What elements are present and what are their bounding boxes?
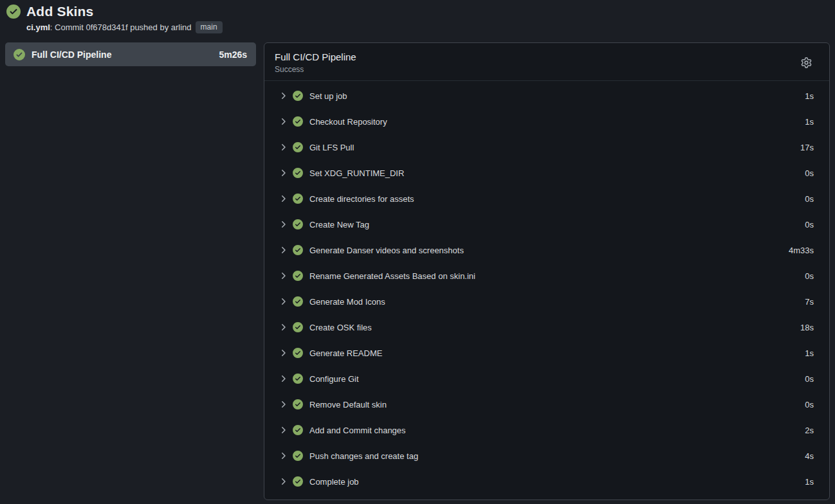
- chevron-right-icon: [278, 399, 288, 410]
- step-name: Configure Git: [309, 374, 805, 384]
- success-check-circle-icon: [293, 322, 303, 332]
- branch-badge[interactable]: main: [196, 21, 223, 33]
- success-check-circle-icon: [293, 142, 303, 152]
- success-check-circle-icon: [14, 49, 25, 60]
- step-row[interactable]: Rename Generated Assets Based on skin.in…: [264, 263, 829, 289]
- success-check-circle-icon: [293, 476, 303, 487]
- step-duration: 1s: [805, 91, 814, 101]
- step-row[interactable]: Checkout Repository 1s: [264, 109, 829, 134]
- success-check-circle-icon: [293, 296, 303, 307]
- chevron-right-icon: [278, 194, 288, 204]
- workflow-file-name: ci.yml: [26, 22, 50, 32]
- step-row[interactable]: Push changes and create tag 4s: [264, 443, 829, 469]
- panel-header: Full CI/CD Pipeline Success: [264, 43, 829, 81]
- step-row[interactable]: Generate Mod Icons 7s: [264, 289, 829, 314]
- step-row[interactable]: Git LFS Pull 17s: [264, 134, 829, 160]
- job-item-full-pipeline[interactable]: Full CI/CD Pipeline 5m26s: [5, 42, 256, 66]
- step-duration: 17s: [800, 143, 814, 152]
- step-row[interactable]: Create directories for assets 0s: [264, 186, 829, 212]
- chevron-right-icon: [278, 245, 288, 255]
- step-name: Create directories for assets: [309, 194, 805, 204]
- job-duration: 5m26s: [219, 50, 247, 60]
- success-check-circle-icon: [293, 194, 303, 204]
- chevron-right-icon: [278, 425, 288, 435]
- success-check-circle-icon: [293, 348, 303, 358]
- actions-run-page: Add Skins ci.yml: Commit 0f678d341f push…: [0, 0, 835, 504]
- step-name: Complete job: [309, 477, 805, 487]
- commit-text: : Commit 0f678d341f pushed by arlind: [50, 22, 192, 32]
- chevron-right-icon: [278, 116, 288, 127]
- run-header: Add Skins ci.yml: Commit 0f678d341f push…: [5, 4, 830, 33]
- step-name: Set XDG_RUNTIME_DIR: [309, 168, 805, 178]
- chevron-right-icon: [278, 271, 288, 281]
- step-name: Create New Tag: [309, 220, 805, 230]
- success-check-circle-icon: [293, 168, 303, 178]
- step-row[interactable]: Configure Git 0s: [264, 366, 829, 392]
- step-duration: 0s: [805, 374, 814, 384]
- chevron-right-icon: [278, 91, 288, 101]
- step-name: Git LFS Pull: [309, 143, 800, 152]
- job-detail-panel: Full CI/CD Pipeline Success Set up job 1…: [264, 42, 830, 500]
- success-check-circle-icon: [293, 374, 303, 384]
- success-check-circle-icon: [293, 425, 303, 435]
- step-row[interactable]: Set up job 1s: [264, 83, 829, 109]
- success-check-circle-icon: [293, 219, 303, 230]
- step-name: Add and Commit changes: [309, 426, 805, 435]
- step-duration: 1s: [805, 117, 814, 127]
- commit-summary: ci.yml: Commit 0f678d341f pushed by arli…: [26, 21, 830, 33]
- step-duration: 0s: [805, 220, 814, 230]
- success-check-circle-icon: [293, 399, 303, 410]
- success-check-circle-icon: [6, 4, 21, 19]
- success-check-circle-icon: [293, 91, 303, 101]
- step-duration: 2s: [805, 426, 814, 435]
- steps-list: Set up job 1s Checkout Repository 1s Git…: [264, 81, 829, 497]
- step-row[interactable]: Remove Default skin 0s: [264, 392, 829, 417]
- chevron-right-icon: [278, 348, 288, 358]
- gear-icon[interactable]: [801, 55, 815, 69]
- step-row[interactable]: Create New Tag 0s: [264, 212, 829, 237]
- success-check-circle-icon: [293, 271, 303, 281]
- step-row[interactable]: Add and Commit changes 2s: [264, 417, 829, 443]
- step-name: Create OSK files: [309, 323, 800, 332]
- step-duration: 1s: [805, 477, 814, 487]
- step-name: Checkout Repository: [309, 117, 805, 127]
- success-check-circle-icon: [293, 245, 303, 255]
- chevron-right-icon: [278, 451, 288, 461]
- step-duration: 0s: [805, 194, 814, 204]
- step-duration: 7s: [805, 297, 814, 307]
- chevron-right-icon: [278, 219, 288, 230]
- step-duration: 18s: [800, 323, 814, 332]
- run-title: Add Skins: [26, 4, 93, 19]
- success-check-circle-icon: [293, 451, 303, 461]
- step-name: Push changes and create tag: [309, 451, 805, 461]
- step-name: Rename Generated Assets Based on skin.in…: [309, 271, 805, 281]
- panel-status-text: Success: [275, 65, 801, 74]
- step-duration: 4s: [805, 451, 814, 461]
- step-duration: 0s: [805, 271, 814, 281]
- step-duration: 1s: [805, 348, 814, 358]
- panel-job-title: Full CI/CD Pipeline: [275, 51, 801, 62]
- chevron-right-icon: [278, 168, 288, 178]
- step-name: Set up job: [309, 91, 805, 101]
- step-duration: 4m33s: [789, 246, 814, 255]
- chevron-right-icon: [278, 322, 288, 332]
- jobs-sidebar: Full CI/CD Pipeline 5m26s: [5, 42, 256, 66]
- step-row[interactable]: Generate README 1s: [264, 340, 829, 366]
- step-duration: 0s: [805, 168, 814, 178]
- chevron-right-icon: [278, 142, 288, 152]
- step-row[interactable]: Complete job 1s: [264, 469, 829, 494]
- chevron-right-icon: [278, 374, 288, 384]
- step-name: Generate README: [309, 348, 805, 358]
- step-row[interactable]: Set XDG_RUNTIME_DIR 0s: [264, 160, 829, 186]
- step-name: Generate Mod Icons: [309, 297, 805, 307]
- chevron-right-icon: [278, 476, 288, 487]
- step-duration: 0s: [805, 400, 814, 410]
- success-check-circle-icon: [293, 116, 303, 127]
- step-name: Remove Default skin: [309, 400, 805, 410]
- step-name: Generate Danser videos and screenshots: [309, 246, 789, 255]
- chevron-right-icon: [278, 296, 288, 307]
- step-row[interactable]: Create OSK files 18s: [264, 314, 829, 340]
- step-row[interactable]: Generate Danser videos and screenshots 4…: [264, 237, 829, 263]
- job-name: Full CI/CD Pipeline: [32, 50, 212, 60]
